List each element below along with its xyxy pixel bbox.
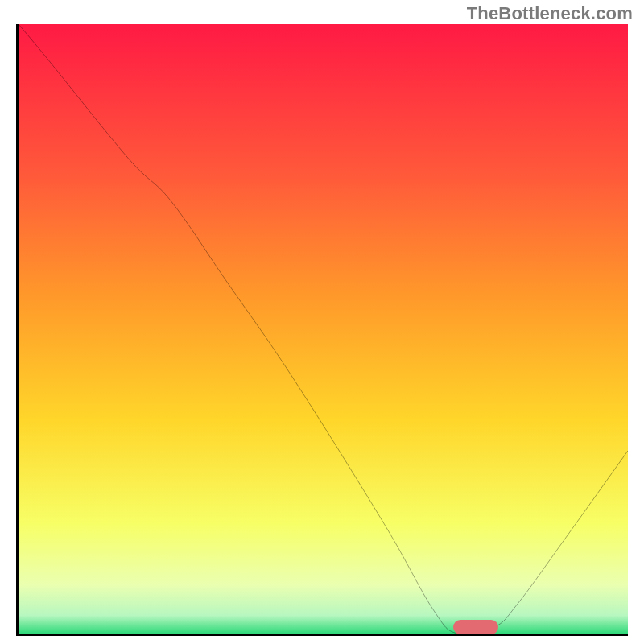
bottleneck-curve: [19, 24, 628, 634]
optimal-range-marker: [453, 620, 498, 634]
bottleneck-chart: TheBottleneck.com: [0, 0, 644, 644]
plot-area: [16, 24, 628, 636]
watermark-text: TheBottleneck.com: [467, 3, 633, 24]
